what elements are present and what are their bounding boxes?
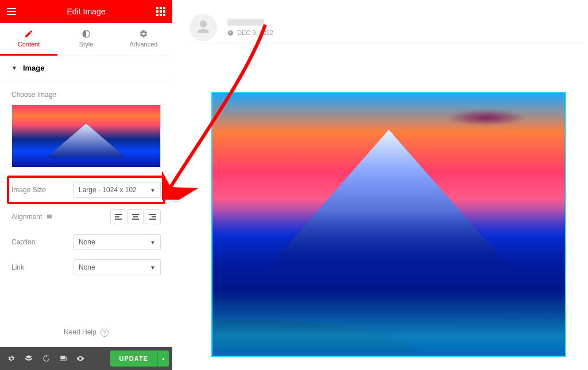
align-right-button[interactable] (145, 209, 161, 224)
post-date: DEC 9, 2022 (227, 29, 583, 36)
tab-content-label: Content (18, 41, 40, 48)
pencil-icon (24, 29, 33, 38)
svg-rect-0 (115, 214, 122, 215)
responsive-button[interactable] (55, 350, 71, 367)
collapse-sidebar-handle[interactable]: ‹ (172, 179, 180, 202)
author-name-redacted (227, 19, 264, 26)
clock-icon (227, 30, 234, 36)
alignment-label-text: Alignment (11, 213, 42, 221)
editor-footer: UPDATE ▲ (0, 347, 172, 370)
editor-topbar: Edit Image (0, 0, 172, 23)
history-button[interactable] (38, 350, 54, 367)
need-help-text: Need Help (64, 328, 96, 336)
preview-button[interactable] (72, 350, 88, 367)
svg-rect-2 (115, 219, 122, 220)
align-left-button[interactable] (110, 209, 126, 224)
update-button[interactable]: UPDATE (110, 350, 157, 367)
svg-rect-5 (132, 219, 139, 220)
settings-button[interactable] (3, 350, 20, 367)
tab-content[interactable]: Content (0, 23, 57, 56)
tab-advanced[interactable]: Advanced (115, 23, 172, 56)
apps-icon[interactable] (154, 5, 168, 18)
link-select[interactable]: None ▼ (74, 259, 161, 275)
need-help[interactable]: Need Help ? (0, 328, 172, 337)
tab-style-label: Style (79, 41, 93, 48)
gear-icon (139, 29, 148, 38)
post-header: DEC 9, 2022 (189, 6, 583, 44)
author-avatar (189, 14, 217, 41)
chevron-down-icon: ▼ (150, 187, 156, 193)
caption-value: None (79, 238, 95, 246)
editor-tabbar: Content Style Advanced (0, 23, 172, 56)
link-value: None (79, 263, 95, 271)
image-widget-preview[interactable] (211, 92, 566, 357)
topbar-title: Edit Image (67, 7, 106, 16)
alignment-group (74, 209, 161, 224)
svg-rect-4 (133, 216, 138, 217)
chevron-down-icon: ▼ (150, 239, 156, 246)
image-size-label: Image Size (11, 186, 69, 194)
svg-rect-3 (132, 214, 139, 215)
help-icon: ? (100, 329, 109, 337)
update-group: UPDATE ▲ (110, 350, 169, 367)
image-size-select[interactable]: Large - 1024 x 102 ▼ (74, 182, 161, 198)
svg-rect-6 (149, 214, 156, 215)
section-image: ▼ Image Choose Image Image Size Large - … (0, 56, 172, 280)
link-label: Link (11, 263, 69, 271)
section-toggle[interactable]: ▼ Image (0, 56, 172, 80)
svg-rect-8 (149, 219, 156, 220)
align-center-button[interactable] (127, 209, 144, 224)
editor-sidebar: Edit Image Content Style Advanced ▼ (0, 0, 172, 370)
svg-rect-1 (115, 216, 119, 217)
post-date-text: DEC 9, 2022 (237, 29, 273, 36)
caption-label: Caption (11, 238, 69, 246)
image-size-highlight: Image Size Large - 1024 x 102 ▼ (7, 176, 165, 204)
choose-image-label: Choose Image (11, 91, 161, 99)
chevron-down-icon: ▼ (150, 264, 156, 271)
svg-rect-7 (152, 216, 156, 217)
caret-down-icon: ▼ (11, 65, 17, 71)
responsive-icon[interactable] (45, 213, 53, 220)
image-thumbnail[interactable] (11, 104, 161, 168)
alignment-label: Alignment (11, 213, 69, 221)
caption-select[interactable]: None ▼ (74, 234, 161, 250)
section-title: Image (23, 64, 45, 72)
tab-advanced-label: Advanced (130, 41, 158, 48)
navigator-button[interactable] (21, 350, 37, 367)
menu-icon[interactable] (5, 5, 18, 18)
image-size-value: Large - 1024 x 102 (79, 186, 137, 194)
contrast-icon (82, 29, 91, 38)
update-options-button[interactable]: ▲ (157, 350, 169, 367)
tab-style[interactable]: Style (57, 23, 115, 56)
